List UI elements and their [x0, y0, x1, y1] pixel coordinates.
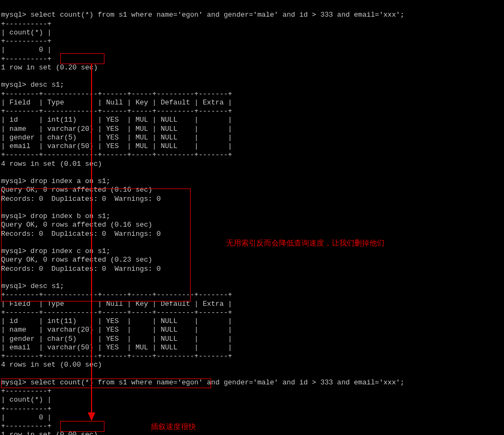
table-border: +----------+	[1, 20, 52, 28]
svg-marker-1	[88, 412, 95, 421]
table-row: | id | int(11) | YES | MUL | NULL | |	[1, 116, 232, 124]
table-row: | email | varchar(50) | YES | MUL | NULL…	[1, 343, 232, 352]
table-row: | 0 |	[1, 46, 52, 54]
table-row: | email | varchar(50) | YES | MUL | NULL…	[1, 142, 232, 150]
annotation-fast-speed: 插叙速度很快	[151, 422, 196, 432]
arrow-icon	[86, 64, 97, 421]
table-border: +----------+	[1, 55, 52, 63]
prompt: mysql>	[1, 81, 26, 89]
highlight-box-email-row	[1, 378, 211, 388]
timing-result: 1 row in set (0.20 sec)	[1, 64, 97, 72]
table-header: | Field | Type | Null | Key | Default | …	[1, 99, 232, 107]
sql-query: select count(*) from s1 where name='egon…	[31, 11, 404, 19]
table-border: +--------+-------------+------+-----+---…	[1, 107, 232, 115]
table-row: | gender | char(5) | YES | MUL | NULL | …	[1, 134, 232, 142]
table-border: +----------+	[1, 422, 52, 430]
table-header: | count(*) |	[1, 29, 52, 37]
table-row: | id | int(11) | YES | | NULL | |	[1, 317, 232, 325]
table-border: +----------+	[1, 387, 52, 395]
table-row: | name | varchar(20) | YES | | NULL | |	[1, 326, 232, 334]
table-border: +--------+-------------+------+-----+---…	[1, 308, 232, 317]
table-border: +--------+-------------+------+-----+---…	[1, 151, 232, 159]
table-border: +----------+	[1, 37, 52, 45]
table-border: +--------+-------------+------+-----+---…	[1, 352, 232, 360]
table-border: +--------+-------------+------+-----+---…	[1, 90, 232, 98]
highlight-box-slow-time	[60, 53, 104, 64]
highlight-box-fast-time	[60, 421, 104, 432]
annotation-useless-index: 无用索引反而会降低查询速度，让我们删掉他们	[226, 238, 384, 248]
table-row: | gender | char(5) | YES | | NULL | |	[1, 335, 232, 343]
table-row: | 0 |	[1, 413, 52, 422]
table-row: | name | varchar(20) | YES | MUL | NULL …	[1, 125, 232, 133]
table-border: +----------+	[1, 405, 52, 413]
table-header: | count(*) |	[1, 396, 52, 404]
sql-query: desc s1;	[31, 81, 64, 89]
prompt: mysql>	[1, 11, 26, 19]
